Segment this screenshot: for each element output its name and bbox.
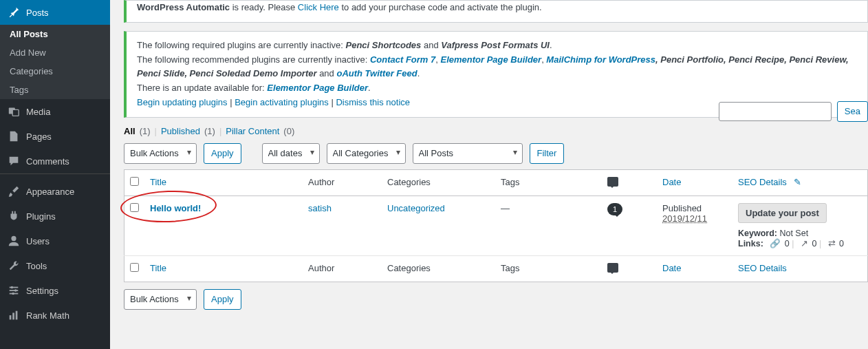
link-icon: 🔗 [770, 239, 781, 248]
col-tags-footer: Tags [501, 263, 519, 273]
sidebar-label: Tools [26, 261, 47, 271]
col-author-footer: Author [308, 263, 334, 273]
categories-select[interactable]: All Categories [327, 143, 406, 164]
date-value: 2019/12/11 [662, 213, 707, 224]
submenu-tags[interactable]: Tags [0, 81, 110, 99]
pencil-icon[interactable]: ✎ [794, 177, 801, 187]
sidebar-item-tools[interactable]: Tools [0, 253, 110, 278]
apply-button-bottom[interactable]: Apply [204, 289, 241, 310]
keyword-value: Not Set [777, 229, 808, 238]
post-author-link[interactable]: satish [308, 203, 332, 213]
submenu-add-new[interactable]: Add New [0, 43, 110, 62]
sidebar-item-appearance[interactable]: Appearance [0, 179, 110, 204]
svg-point-8 [12, 293, 14, 295]
plugin-link[interactable]: MailChimp for WordPress [546, 54, 655, 65]
sidebar-item-comments[interactable]: Comments [0, 149, 110, 173]
posts-submenu: All Posts Add New Categories Tags [0, 25, 110, 99]
col-date-footer[interactable]: Date [662, 263, 681, 273]
post-tags: — [501, 203, 510, 213]
links-label: Links: [738, 239, 763, 248]
sidebar-label: Rank Math [26, 310, 69, 321]
sidebar-label: Media [26, 107, 50, 117]
plugin-name: Vafpress Post Formats UI [441, 40, 550, 50]
svg-point-7 [14, 289, 17, 292]
comment-icon [7, 154, 21, 168]
select-all-checkbox[interactable] [130, 177, 139, 186]
sidebar-item-rankmath[interactable]: Rank Math [0, 303, 110, 328]
notice-automatic: WordPress Automatic is ready. Please Cli… [124, 0, 868, 23]
col-author: Author [308, 177, 334, 187]
search-group: Sea [719, 101, 868, 122]
sidebar-item-media[interactable]: Media [0, 99, 110, 124]
sidebar-item-settings[interactable]: Settings [0, 278, 110, 303]
plugin-link[interactable]: Elementor Page Builder [267, 83, 368, 93]
date-status: Published [662, 203, 702, 213]
col-date[interactable]: Date [662, 177, 681, 187]
pin-icon [7, 6, 21, 19]
plugin-link[interactable]: Contact Form 7 [370, 54, 435, 65]
filter-pillar[interactable]: Pillar Content [226, 126, 279, 136]
col-seo[interactable]: SEO Details [738, 177, 787, 187]
bulk-actions-select-bottom[interactable]: Bulk Actions [124, 289, 197, 310]
begin-activating-link[interactable]: Begin activating plugins [235, 97, 329, 107]
sidebar-label: Posts [26, 8, 49, 18]
sidebar-item-users[interactable]: Users [0, 229, 110, 253]
update-post-button[interactable]: Update your post [738, 203, 827, 223]
svg-point-6 [11, 286, 14, 289]
col-categories-footer: Categories [387, 263, 431, 273]
col-title[interactable]: Title [150, 177, 166, 187]
plugin-name: Penci Shortcodes [346, 40, 422, 50]
keyword-label: Keyword: [738, 229, 777, 238]
media-icon [7, 105, 21, 118]
page-icon [7, 129, 21, 143]
allposts-select[interactable]: All Posts [413, 143, 523, 164]
col-title-footer[interactable]: Title [150, 263, 166, 273]
sliders-icon [7, 284, 21, 297]
plugin-link[interactable]: oAuth Twitter Feed [336, 68, 417, 78]
external-link-icon: ↗ [801, 239, 808, 248]
post-category-link[interactable]: Uncategorized [387, 203, 445, 213]
svg-point-2 [11, 236, 16, 241]
filter-all[interactable]: All [124, 126, 135, 136]
bulk-actions-select[interactable]: Bulk Actions [124, 143, 197, 164]
admin-sidebar: Posts All Posts Add New Categories Tags … [0, 0, 110, 349]
svg-rect-11 [16, 311, 18, 320]
posts-table: Title Author Categories Tags Date SEO De… [124, 169, 868, 282]
notice-bold: WordPress Automatic [137, 2, 230, 12]
comments-column-icon[interactable] [607, 177, 618, 187]
submenu-all-posts[interactable]: All Posts [0, 25, 110, 43]
sidebar-item-plugins[interactable]: Plugins [0, 204, 110, 229]
sidebar-item-posts[interactable]: Posts [0, 0, 110, 25]
comments-count-badge[interactable]: 1 [607, 203, 622, 215]
wrench-icon [7, 259, 21, 273]
table-row: Hello world! satish Uncategorized — 1 Pu… [124, 195, 868, 255]
plug-icon [7, 209, 21, 223]
col-seo-footer[interactable]: SEO Details [738, 263, 787, 273]
filter-published[interactable]: Published [161, 126, 200, 136]
tablenav-top: Bulk Actions Apply All dates All Categor… [124, 143, 868, 164]
row-checkbox[interactable] [130, 203, 139, 212]
search-button[interactable]: Sea [837, 101, 868, 122]
click-here-link[interactable]: Click Here [298, 2, 339, 12]
begin-updating-link[interactable]: Begin updating plugins [137, 97, 228, 107]
search-input[interactable] [719, 102, 832, 121]
submenu-categories[interactable]: Categories [0, 62, 110, 81]
sidebar-label: Appearance [26, 187, 74, 197]
brush-icon [7, 184, 21, 198]
sidebar-label: Pages [26, 131, 52, 142]
main-content: WordPress Automatic is ready. Please Cli… [110, 0, 868, 349]
status-filters: All (1) | Published (1) | Pillar Content… [124, 126, 868, 136]
dates-select[interactable]: All dates [262, 143, 320, 164]
filter-button[interactable]: Filter [530, 143, 565, 164]
dismiss-notice-link[interactable]: Dismiss this notice [336, 97, 410, 107]
apply-button[interactable]: Apply [204, 143, 241, 164]
sidebar-label: Plugins [26, 211, 56, 222]
sidebar-item-pages[interactable]: Pages [0, 124, 110, 149]
post-title-link[interactable]: Hello world! [150, 203, 201, 213]
sidebar-label: Users [26, 236, 50, 246]
chart-icon [7, 308, 21, 322]
select-all-checkbox-footer[interactable] [130, 263, 139, 272]
comments-column-icon-footer[interactable] [607, 263, 618, 273]
plugin-link[interactable]: Elementor Page Builder [440, 54, 541, 65]
col-categories: Categories [387, 177, 431, 187]
